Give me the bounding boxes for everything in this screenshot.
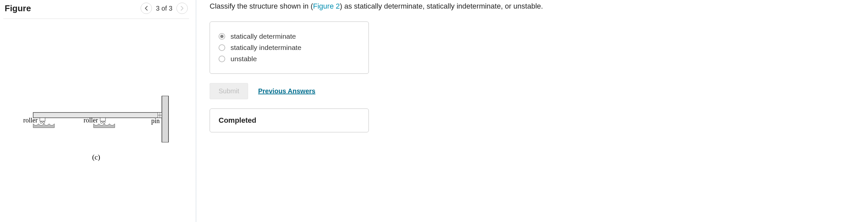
svg-point-11 — [100, 121, 102, 123]
panel-divider — [196, 0, 196, 222]
pager-next-button[interactable] — [177, 3, 188, 14]
option-determinate[interactable]: statically determinate — [219, 32, 360, 40]
option-unstable[interactable]: unstable — [219, 55, 360, 63]
option-indeterminate[interactable]: statically indeterminate — [219, 44, 360, 51]
option-label: statically indeterminate — [230, 44, 302, 51]
pager-label: 3 of 3 — [156, 5, 173, 12]
structure-diagram: roller roller pin (c) — [20, 92, 173, 161]
radio-icon — [219, 44, 225, 51]
status-box: Completed — [210, 109, 369, 132]
svg-point-8 — [40, 121, 42, 123]
action-row: Submit Previous Answers — [210, 83, 860, 99]
question-prefix: Classify the structure shown in ( — [210, 2, 313, 10]
chevron-left-icon — [144, 6, 148, 11]
figure-body: roller roller pin (c) — [3, 19, 189, 222]
radio-icon — [219, 56, 225, 62]
question-panel: Classify the structure shown in (Figure … — [210, 0, 866, 222]
pager-prev-button[interactable] — [141, 3, 152, 14]
svg-rect-7 — [40, 118, 45, 121]
status-label: Completed — [219, 116, 256, 124]
svg-rect-0 — [162, 96, 168, 142]
question-suffix: ) as statically determinate, statically … — [340, 2, 543, 10]
radio-icon — [219, 33, 225, 40]
previous-answers-link[interactable]: Previous Answers — [258, 87, 315, 95]
option-label: statically determinate — [230, 32, 296, 40]
option-label: unstable — [230, 55, 257, 63]
chevron-right-icon — [180, 6, 184, 11]
question-text: Classify the structure shown in (Figure … — [210, 1, 860, 11]
options-box: statically determinate statically indete… — [210, 22, 369, 74]
svg-point-9 — [43, 121, 45, 123]
figure-link[interactable]: Figure 2 — [313, 2, 340, 10]
figure-pager: 3 of 3 — [141, 3, 188, 14]
figure-caption: (c) — [20, 153, 173, 161]
submit-button[interactable]: Submit — [210, 83, 248, 99]
figure-header: Figure 3 of 3 — [3, 0, 189, 19]
svg-point-12 — [103, 121, 105, 123]
pin-label: pin — [151, 117, 160, 125]
figure-title: Figure — [5, 3, 31, 13]
roller-a-label: roller — [23, 116, 38, 124]
svg-rect-10 — [100, 118, 105, 121]
figure-panel: Figure 3 of 3 — [0, 0, 192, 222]
roller-b-label: roller — [84, 116, 98, 124]
